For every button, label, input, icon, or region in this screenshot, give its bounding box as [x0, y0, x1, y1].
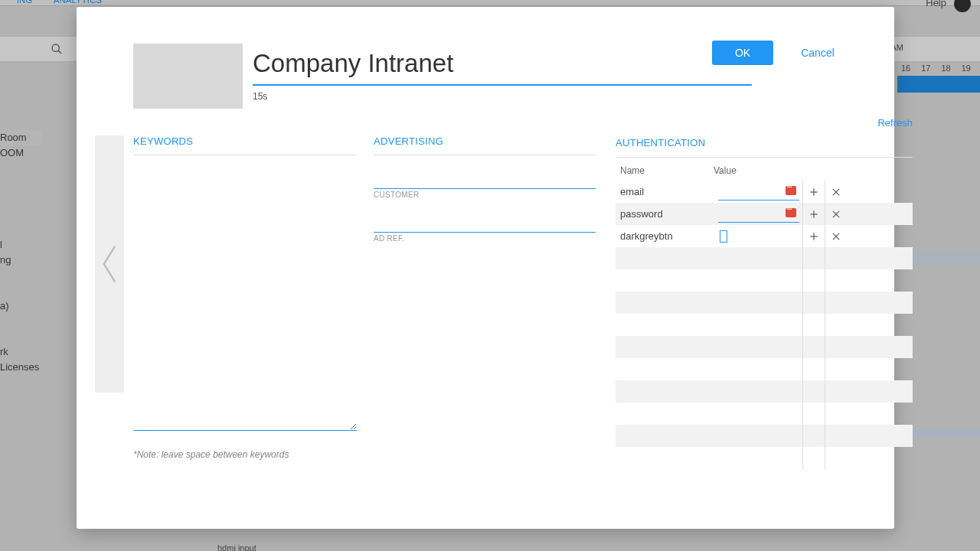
- plus-icon: [808, 231, 819, 242]
- auth-row-value: [714, 184, 799, 201]
- add-row-button[interactable]: [806, 187, 822, 197]
- remove-row-button[interactable]: [828, 231, 844, 242]
- customer-input[interactable]: [374, 155, 596, 189]
- advertising-heading: ADVERTISING: [374, 135, 596, 155]
- password-manager-icon[interactable]: [786, 186, 796, 195]
- adref-input[interactable]: [374, 199, 596, 233]
- auth-col-name: Name: [616, 165, 714, 176]
- auth-table: Name Value emailpassworddarkgreybtn: [616, 161, 913, 469]
- auth-row-name: password: [616, 208, 714, 220]
- auth-row: [616, 336, 913, 358]
- auth-row: [616, 358, 913, 380]
- auth-refresh-link[interactable]: Refresh: [877, 117, 913, 129]
- auth-row: [616, 380, 913, 403]
- auth-row: darkgreybtn: [616, 225, 913, 247]
- previous-item-button[interactable]: [95, 135, 124, 393]
- remove-row-button[interactable]: [828, 209, 844, 220]
- auth-row: [616, 314, 913, 336]
- keywords-textarea[interactable]: [133, 158, 357, 431]
- auth-row: [616, 425, 913, 447]
- auth-row: [616, 292, 913, 314]
- keywords-note: *Note: leave space between keywords: [133, 449, 357, 460]
- content-duration: 15s: [253, 91, 267, 102]
- auth-row: [616, 269, 913, 292]
- customer-label: CUSTOMER: [374, 191, 596, 199]
- element-selector-box[interactable]: [720, 230, 727, 243]
- add-row-button[interactable]: [806, 231, 822, 242]
- auth-row: [616, 403, 913, 425]
- content-thumbnail[interactable]: [133, 44, 243, 109]
- cancel-button[interactable]: Cancel: [787, 41, 848, 65]
- auth-row: email: [616, 181, 913, 203]
- auth-heading: AUTHENTICATION: [616, 137, 705, 148]
- adref-label: AD REF.: [374, 234, 596, 243]
- chevron-left-icon: [99, 241, 120, 287]
- plus-icon: [808, 187, 819, 197]
- auth-row-value: [714, 206, 799, 223]
- auth-row-value: [714, 230, 799, 243]
- auth-row-name: email: [616, 186, 714, 197]
- close-icon: [831, 209, 841, 220]
- keywords-heading: KEYWORDS: [133, 135, 357, 155]
- add-row-button[interactable]: [806, 209, 822, 220]
- close-icon: [831, 231, 841, 242]
- close-icon: [831, 187, 841, 197]
- edit-content-modal: 15s OK Cancel KEYWORDS *Note: leave spac…: [77, 7, 894, 529]
- auth-row: [616, 447, 913, 469]
- remove-row-button[interactable]: [828, 187, 844, 197]
- auth-col-value: Value: [714, 165, 799, 176]
- auth-row: [616, 247, 913, 269]
- auth-row-name: darkgreybtn: [616, 230, 714, 242]
- plus-icon: [808, 209, 819, 220]
- content-title-input[interactable]: [253, 43, 752, 86]
- ok-button[interactable]: OK: [712, 41, 773, 65]
- auth-row: password: [616, 203, 913, 225]
- password-manager-icon[interactable]: [786, 208, 796, 217]
